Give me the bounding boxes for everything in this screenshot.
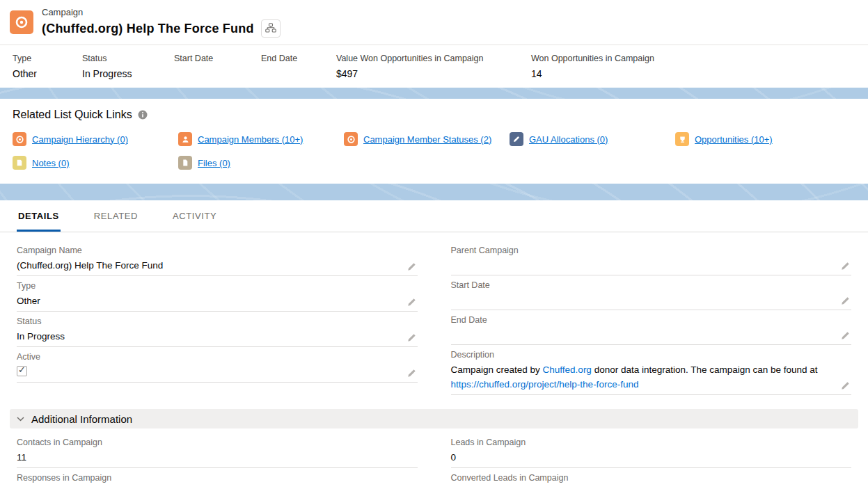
quick-link-campaign-members[interactable]: Campaign Members (10+) <box>178 132 344 146</box>
field-campaign-name: Campaign Name (Chuffed.org) Help The For… <box>17 241 418 276</box>
details-left-column: Campaign Name (Chuffed.org) Help The For… <box>17 241 418 395</box>
field-type: Type Other <box>17 276 418 312</box>
highlight-label: Type <box>13 54 75 63</box>
field-active: Active <box>17 347 418 383</box>
field-value <box>451 293 834 307</box>
field-value: (Chuffed.org) Help The Force Fund <box>17 258 400 273</box>
field-label: Parent Campaign <box>451 246 834 255</box>
edit-pencil-icon[interactable] <box>841 331 850 340</box>
edit-pencil-icon[interactable] <box>407 262 416 271</box>
field-start-date: Start Date <box>451 275 852 310</box>
highlight-value: Other <box>13 68 75 79</box>
edit-pencil-icon[interactable] <box>407 298 416 307</box>
field-label: Status <box>17 316 400 326</box>
highlight-label: Start Date <box>174 54 254 63</box>
field-value: 11 <box>17 486 418 489</box>
hierarchy-icon <box>265 23 276 35</box>
field-converted-leads-in-campaign: Converted Leads in Campaign 0 <box>451 468 852 489</box>
highlight-field-value-won-opportunities: Value Won Opportunities in Campaign $497 <box>336 54 531 79</box>
field-label: Campaign Name <box>17 246 400 255</box>
info-left-column: Contacts in Campaign 11 Responses in Cam… <box>17 433 418 489</box>
active-checkbox[interactable] <box>17 366 27 376</box>
highlight-value <box>174 68 254 79</box>
field-value: In Progress <box>17 329 400 344</box>
tab-details[interactable]: DETAILS <box>17 200 61 232</box>
quick-links-title: Related List Quick Links <box>13 109 132 121</box>
quick-link-label: Files (0) <box>198 158 230 168</box>
quick-link-label: Campaign Members (10+) <box>198 134 303 145</box>
edit-pencil-icon[interactable] <box>407 333 416 342</box>
additional-information-section: Contacts in Campaign 11 Responses in Cam… <box>0 428 868 489</box>
highlight-field-end-date: End Date <box>261 54 336 79</box>
field-status: Status In Progress <box>17 312 418 347</box>
details-right-column: Parent Campaign Start Date End Date Desc… <box>451 241 852 395</box>
header-text: Campaign (Chuffed.org) Help The Force Fu… <box>42 7 281 38</box>
field-label: End Date <box>451 315 834 325</box>
highlight-label: Status <box>82 54 167 63</box>
quick-links-panel: Related List Quick Links Campaign Hierar… <box>0 99 868 184</box>
campaign-icon <box>10 10 33 34</box>
quick-link-label: Notes (0) <box>32 158 69 168</box>
hierarchy-button[interactable] <box>261 19 281 38</box>
opportunities-icon <box>675 132 689 146</box>
highlight-value: In Progress <box>82 68 167 79</box>
campaign-hierarchy-icon <box>13 132 26 146</box>
tab-activity[interactable]: ACTIVITY <box>171 200 218 232</box>
field-value <box>451 258 834 272</box>
chuffed-org-link[interactable]: Chuffed.org <box>543 364 592 375</box>
quick-link-notes[interactable]: Notes (0) <box>13 156 178 170</box>
field-value: 0 <box>451 486 852 489</box>
page-title: (Chuffed.org) Help The Force Fund <box>42 22 254 36</box>
highlights-panel: Type Other Status In Progress Start Date… <box>0 45 868 88</box>
field-end-date: End Date <box>451 310 852 345</box>
details-section: Campaign Name (Chuffed.org) Help The For… <box>0 232 868 395</box>
quick-link-label: Campaign Hierarchy (0) <box>32 134 128 145</box>
highlight-field-status: Status In Progress <box>82 54 174 79</box>
field-value: Other <box>17 294 400 308</box>
quick-link-label: Opportunities (10+) <box>695 134 773 145</box>
quick-link-opportunities[interactable]: Opportunities (10+) <box>675 132 841 146</box>
quick-link-campaign-hierarchy[interactable]: Campaign Hierarchy (0) <box>13 132 178 146</box>
edit-pencil-icon[interactable] <box>841 296 850 305</box>
field-value: Campaign created by Chuffed.org donor da… <box>451 362 834 392</box>
edit-pencil-icon[interactable] <box>841 381 850 390</box>
quick-link-gau-allocations[interactable]: GAU Allocations (0) <box>510 132 675 146</box>
files-icon <box>178 156 192 170</box>
quick-links-grid: Campaign Hierarchy (0) Campaign Members … <box>13 132 855 170</box>
highlight-value: $497 <box>336 68 524 79</box>
entity-label: Campaign <box>42 7 281 17</box>
field-label: Responses in Campaign <box>17 473 418 483</box>
highlight-value: 14 <box>531 68 849 79</box>
field-value: 11 <box>17 450 418 465</box>
field-contacts-in-campaign: Contacts in Campaign 11 <box>17 433 418 468</box>
field-value <box>451 328 834 342</box>
highlight-field-won-opportunities: Won Opportunities in Campaign 14 <box>531 54 855 79</box>
field-leads-in-campaign: Leads in Campaign 0 <box>451 433 852 468</box>
chevron-down-icon <box>16 415 25 424</box>
record-detail-card: DETAILS RELATED ACTIVITY Campaign Name (… <box>0 200 868 489</box>
tab-related[interactable]: RELATED <box>93 200 139 232</box>
field-label: Type <box>17 281 400 291</box>
tab-bar: DETAILS RELATED ACTIVITY <box>0 200 868 232</box>
campaign-member-statuses-icon <box>344 132 358 146</box>
section-title: Additional Information <box>31 413 132 425</box>
background-band <box>0 88 868 99</box>
background-band <box>0 184 868 200</box>
field-responses-in-campaign: Responses in Campaign 11 <box>17 468 418 489</box>
quick-link-files[interactable]: Files (0) <box>178 156 344 170</box>
quick-link-campaign-member-statuses[interactable]: Campaign Member Statuses (2) <box>344 132 510 146</box>
field-description: Description Campaign created by Chuffed.… <box>451 345 852 395</box>
notes-icon <box>13 156 26 170</box>
info-icon[interactable] <box>138 110 148 120</box>
campaign-url-link[interactable]: https://chuffed.org/project/help-the-for… <box>451 379 639 390</box>
field-parent-campaign: Parent Campaign <box>451 241 852 275</box>
edit-pencil-icon[interactable] <box>841 262 850 271</box>
edit-pencil-icon[interactable] <box>407 369 416 378</box>
highlight-field-start-date: Start Date <box>174 54 261 79</box>
page: Campaign (Chuffed.org) Help The Force Fu… <box>0 0 868 489</box>
field-label: Contacts in Campaign <box>17 438 418 447</box>
highlight-value <box>261 68 329 79</box>
highlight-label: Won Opportunities in Campaign <box>531 54 849 63</box>
record-header: Campaign (Chuffed.org) Help The Force Fu… <box>0 0 868 45</box>
additional-information-header[interactable]: Additional Information <box>10 409 858 428</box>
